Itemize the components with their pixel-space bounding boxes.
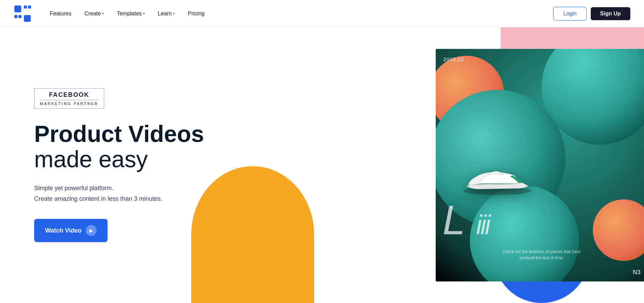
card-big-letter: L iii [443, 199, 489, 240]
logo[interactable] [14, 5, 31, 23]
nav-item-learn[interactable]: Learn ▾ [153, 8, 180, 19]
card-badge: N3 [633, 269, 641, 276]
hero-video-preview: 2020.02 L iii Check out the timeless art… [436, 49, 644, 281]
fb-badge-title: FACEBOOK [40, 91, 98, 98]
orange-ball-2 [593, 199, 644, 261]
svg-rect-0 [14, 5, 21, 12]
video-scene: 2020.02 L iii Check out the timeless art… [436, 49, 644, 281]
nav-item-features[interactable]: Features [45, 8, 76, 19]
nav-item-pricing[interactable]: Pricing [183, 8, 209, 19]
nav-item-create[interactable]: Create ▾ [80, 8, 109, 19]
hero-content: FACEBOOK MARKETING PARTNER Product Video… [34, 88, 204, 242]
watch-video-button[interactable]: Watch Video ▶ [34, 219, 108, 242]
nav-links: Features Create ▾ Templates ▾ Learn ▾ Pr… [45, 8, 553, 19]
navbar: Features Create ▾ Templates ▾ Learn ▾ Pr… [0, 0, 644, 27]
hero-section: FACEBOOK MARKETING PARTNER Product Video… [0, 27, 644, 303]
svg-rect-2 [18, 15, 22, 18]
nav-actions: Login Sign Up [553, 7, 630, 21]
hero-title-bold: Product Videos [34, 121, 204, 147]
svg-rect-4 [28, 5, 31, 9]
fb-badge-subtitle: MARKETING PARTNER [40, 102, 98, 106]
card-date: 2020.02 [443, 56, 464, 62]
hero-title-light: made easy [34, 146, 204, 172]
login-button[interactable]: Login [553, 7, 586, 21]
watch-video-label: Watch Video [45, 227, 82, 234]
signup-button[interactable]: Sign Up [591, 7, 630, 20]
svg-rect-3 [24, 5, 27, 9]
nav-item-templates[interactable]: Templates ▾ [112, 8, 150, 19]
shoe-image [460, 158, 535, 197]
svg-rect-5 [24, 15, 31, 22]
bg-orange-decoration [191, 166, 314, 303]
badge-divider [40, 100, 98, 100]
video-card: 2020.02 L iii Check out the timeless art… [436, 49, 644, 281]
play-icon: ▶ [86, 225, 97, 236]
hero-subtitle: Simple yet powerful platform. Create ama… [34, 183, 204, 204]
chevron-down-icon: ▾ [173, 12, 175, 15]
chevron-down-icon: ▾ [143, 12, 145, 15]
card-subtitle: Check out the timeless art pieces that h… [502, 249, 580, 261]
facebook-partner-badge: FACEBOOK MARKETING PARTNER [34, 88, 104, 109]
svg-rect-1 [14, 15, 17, 18]
chevron-down-icon: ▾ [102, 12, 104, 15]
